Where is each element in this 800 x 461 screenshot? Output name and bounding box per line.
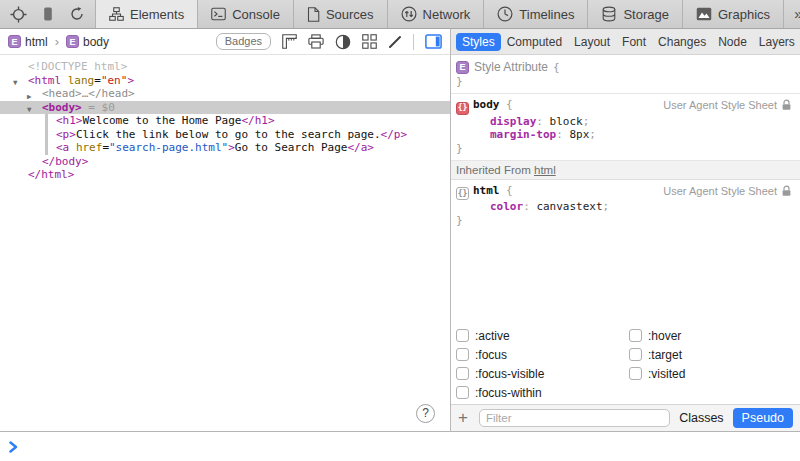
dom-line-html[interactable]: ▼<html lang="en"> (0, 74, 450, 88)
breadcrumb-item-html[interactable]: html (25, 35, 48, 49)
dom-line-h1[interactable]: <h1>Welcome to the Home Page</h1> (0, 114, 450, 128)
pseudo-checkbox-active[interactable]: :active (456, 326, 629, 345)
dom-line-body[interactable]: ▼<body> = $0 (0, 101, 450, 115)
pseudo-checkbox-focus-within[interactable]: :focus-within (456, 383, 629, 402)
tab-label: Network (423, 7, 471, 22)
toolbar-tab-console[interactable]: Console (197, 0, 293, 28)
close-brace: } (456, 142, 794, 156)
panel-tab-layout[interactable]: Layout (568, 33, 616, 51)
tab-label: Storage (623, 7, 669, 22)
lock-icon (781, 99, 792, 111)
toolbar-tab-elements[interactable]: Elements (95, 0, 197, 28)
checkbox-icon[interactable] (456, 367, 469, 380)
details-sidebar-toggle-icon[interactable] (425, 34, 442, 49)
print-styles-icon[interactable] (308, 34, 324, 49)
checkbox-icon[interactable] (456, 329, 469, 342)
console-prompt-chevron-icon (9, 441, 18, 453)
pseudo-checkbox-target[interactable]: :target (629, 345, 685, 364)
dom-line-html-close[interactable]: </html> (0, 168, 450, 182)
styles-filter-input[interactable] (479, 409, 670, 427)
pseudo-checkbox-visited[interactable]: :visited (629, 364, 685, 383)
inherited-from-link[interactable]: html (534, 164, 556, 176)
pseudo-label: :target (648, 348, 682, 362)
classes-button[interactable]: Classes (679, 411, 723, 425)
toolbar-tab-network[interactable]: Network (387, 0, 484, 28)
panel-tab-computed[interactable]: Computed (501, 33, 568, 51)
toolbar-tab-timelines[interactable]: Timelines (483, 0, 587, 28)
css-rule-badge-icon: {} (456, 102, 469, 115)
appearance-contrast-icon[interactable] (335, 34, 351, 50)
main-toolbar: ElementsConsoleSourcesNetworkTimelinesSt… (0, 0, 800, 29)
crosshair-icon (10, 6, 27, 23)
inspect-element-button[interactable] (10, 6, 27, 23)
pseudo-checkbox-hover[interactable]: :hover (629, 326, 685, 345)
panel-tab-node[interactable]: Node (712, 33, 753, 51)
dom-line-head[interactable]: ▶<head>…</head> (0, 87, 450, 101)
tab-label: Timelines (519, 7, 574, 22)
css-property-margin-top[interactable]: margin-top: 8px; (456, 128, 794, 142)
checkbox-icon[interactable] (629, 367, 642, 380)
dom-line-body-close[interactable]: </body> (0, 155, 450, 169)
graphics-icon (696, 7, 712, 21)
sources-icon (307, 7, 320, 22)
storage-icon (601, 6, 617, 22)
dom-line-p[interactable]: <p>Click the link below to go to the sea… (0, 128, 450, 142)
panel-tab-styles[interactable]: Styles (456, 33, 501, 51)
style-attribute-section: E Style Attribute { } (451, 56, 800, 94)
breadcrumb-item-body[interactable]: body (83, 35, 109, 49)
elements-icon (109, 7, 124, 21)
panel-tab-layers[interactable]: Layers (753, 33, 800, 51)
panel-tab-changes[interactable]: Changes (652, 33, 712, 51)
pseudo-label: :focus-visible (475, 367, 544, 381)
help-button[interactable]: ? (416, 404, 435, 423)
network-icon (401, 6, 417, 22)
dom-line-doctype[interactable]: <!DOCTYPE html> (0, 60, 450, 74)
rule-selector[interactable]: body (473, 98, 500, 111)
element-badge-icon: E (8, 35, 21, 48)
panel-tab-font[interactable]: Font (616, 33, 652, 51)
dom-line-a[interactable]: <a href="search-page.html">Go to Search … (0, 141, 450, 155)
rule-origin-label: User Agent Style Sheet (663, 99, 777, 111)
rule-properties: color: canvastext; (456, 200, 794, 214)
add-rule-button[interactable]: + (458, 409, 470, 428)
subtree-indent-guide (45, 114, 48, 155)
checkbox-icon[interactable] (629, 329, 642, 342)
edit-brush-icon[interactable] (388, 35, 402, 49)
timelines-icon (497, 6, 513, 22)
device-settings-button[interactable] (40, 6, 56, 22)
pseudo-label: :active (475, 329, 510, 343)
rule-properties: display: block;margin-top: 8px; (456, 115, 794, 142)
pseudo-button[interactable]: Pseudo (733, 408, 793, 428)
rule-selector[interactable]: html (473, 184, 500, 197)
checkbox-icon[interactable] (629, 348, 642, 361)
dom-tree: <!DOCTYPE html>▼<html lang="en">▶<head>…… (0, 56, 450, 430)
elements-toolbar-buttons: Badges (216, 33, 442, 50)
element-badge-icon: E (456, 61, 469, 74)
toolbar-tab-graphics[interactable]: Graphics (682, 0, 783, 28)
styles-panel-tabbar: StylesComputedLayoutFontChangesNodeLayer… (451, 29, 800, 55)
reload-icon (69, 6, 85, 22)
toolbar-tab-sources[interactable]: Sources (293, 0, 387, 28)
ruler-icon[interactable] (282, 34, 297, 49)
reload-page-button[interactable] (69, 6, 85, 22)
checkbox-icon[interactable] (456, 348, 469, 361)
inherited-from-bar: Inherited From html (451, 161, 800, 180)
toolbar-tab-storage[interactable]: Storage (587, 0, 682, 28)
css-property-color[interactable]: color: canvastext; (456, 200, 794, 214)
pseudo-checkbox-focus[interactable]: :focus (456, 345, 629, 364)
pseudo-label: :focus-within (475, 386, 542, 400)
badges-button[interactable]: Badges (216, 33, 271, 50)
styles-sidebar: E Style Attribute { } User Agent Style S… (451, 56, 800, 232)
style-attribute-title: Style Attribute (474, 60, 548, 75)
quick-console-bar[interactable] (0, 431, 800, 461)
overflow-tabs-button[interactable]: » (783, 0, 800, 28)
css-property-display[interactable]: display: block; (456, 115, 794, 129)
tab-label: Elements (130, 7, 184, 22)
chevron-double-right-icon: » (794, 6, 800, 23)
checkbox-icon[interactable] (456, 386, 469, 399)
toolbar-right-tools: » (783, 0, 800, 28)
pseudo-checkbox-focus-visible[interactable]: :focus-visible (456, 364, 629, 383)
element-badge-icon: E (66, 35, 79, 48)
tab-label: Graphics (718, 7, 770, 22)
grid-overlay-icon[interactable] (362, 34, 377, 49)
